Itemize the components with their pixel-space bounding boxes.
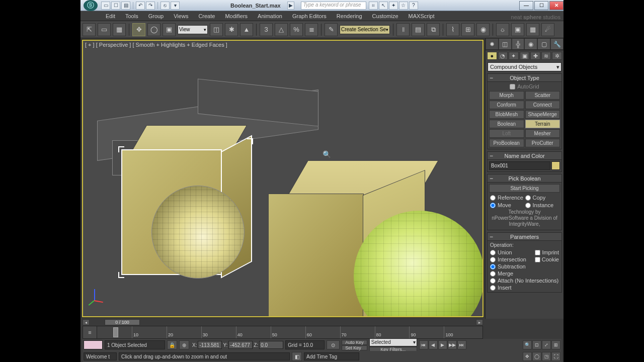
category-select[interactable]: Compound Objects <box>488 62 561 71</box>
timeslider-thumb[interactable]: 0 / 100 <box>105 319 140 325</box>
op-union[interactable] <box>490 250 496 255</box>
help-icon[interactable]: ? <box>409 2 418 10</box>
rollout-header[interactable]: Pick Boolean <box>488 174 561 183</box>
z-input[interactable]: 0.0 <box>259 341 283 349</box>
move-icon[interactable]: ✥ <box>132 23 145 36</box>
scale-icon[interactable]: ▣ <box>163 23 176 36</box>
render-icon[interactable]: ☄ <box>541 23 554 36</box>
favorite-icon[interactable]: ☆ <box>399 2 408 10</box>
radio-copy[interactable] <box>525 195 531 201</box>
tab-motion-icon[interactable]: ◉ <box>524 38 537 50</box>
redo-icon[interactable]: ↷ <box>146 2 155 10</box>
link-icon[interactable]: ⎋ <box>160 2 170 10</box>
goto-start-icon[interactable]: ⏮ <box>419 340 428 349</box>
btn-conform[interactable]: Conform <box>489 101 524 109</box>
op-merge[interactable] <box>490 271 496 277</box>
render-frame-icon[interactable]: ▣ <box>511 23 524 36</box>
goto-end-icon[interactable]: ⏭ <box>457 340 466 349</box>
btn-procutter[interactable]: ProCutter <box>525 139 560 147</box>
layers-icon[interactable]: ⧉ <box>427 23 440 36</box>
tab-modify-icon[interactable]: ◫ <box>499 38 512 50</box>
listener-input[interactable]: Welcome t <box>84 352 117 360</box>
lock-selection-icon[interactable]: 🔒 <box>167 340 177 349</box>
tab-display-icon[interactable]: ▢ <box>537 38 550 50</box>
abs-rel-icon[interactable]: ⊕ <box>179 340 189 349</box>
op-subtraction[interactable] <box>490 264 496 269</box>
trackbar-thumb[interactable] <box>113 327 118 337</box>
menu-grapheditors[interactable]: Graph Editors <box>287 11 332 21</box>
subtab-shapes-icon[interactable]: ◔ <box>498 52 508 60</box>
tool-b-icon[interactable]: ✦ <box>389 2 398 10</box>
btn-scatter[interactable]: Scatter <box>525 91 560 100</box>
curve-editor-icon[interactable]: ⌇ <box>446 23 459 36</box>
tool-a-icon[interactable]: ↖ <box>379 2 388 10</box>
time-slider[interactable]: ◂ 0 / 100 ▸ <box>83 319 483 326</box>
btn-boolean[interactable]: Boolean <box>489 120 524 128</box>
subtab-cameras-icon[interactable]: ▣ <box>520 52 530 60</box>
more-icon[interactable]: ▾ <box>171 2 180 10</box>
btn-proboolean[interactable]: ProBoolean <box>489 139 524 147</box>
perspective-viewport[interactable]: [ + ] [ Perspective ] [ Smooth + Highlig… <box>82 39 484 318</box>
zoom-extents-all-icon[interactable]: ⊞ <box>551 340 560 349</box>
tab-hierarchy-icon[interactable]: ╬ <box>512 38 525 50</box>
op-insert[interactable] <box>490 285 496 291</box>
fov-icon[interactable]: ◳ <box>542 352 551 361</box>
btn-blobmesh[interactable]: BlobMesh <box>489 110 524 119</box>
pivot-icon[interactable]: ◫ <box>210 23 223 36</box>
orbit-icon[interactable]: ◯ <box>532 352 541 361</box>
tab-create-icon[interactable]: ✸ <box>486 38 499 50</box>
snap-angle-icon[interactable]: △ <box>275 23 288 36</box>
subtab-systems-icon[interactable]: ✲ <box>552 52 562 60</box>
render-setup-icon[interactable]: ☼ <box>496 23 509 36</box>
zoom-all-icon[interactable]: ⊡ <box>532 340 541 349</box>
manip-icon[interactable]: ✱ <box>225 23 238 36</box>
y-input[interactable]: -452.677 <box>228 341 253 349</box>
menu-tools[interactable]: Tools <box>120 11 143 21</box>
radio-move[interactable] <box>490 203 496 208</box>
chk-imprint[interactable] <box>535 250 540 255</box>
rollout-header[interactable]: Parameters <box>488 233 561 241</box>
menu-customize[interactable]: Customize <box>367 11 404 21</box>
rollout-header[interactable]: Object Type <box>488 74 561 82</box>
trackbar-config-icon[interactable]: ≡ <box>83 326 97 338</box>
maxscript-mini[interactable] <box>84 340 103 349</box>
track-bar[interactable]: ≡ 10 20 30 40 50 60 70 80 90 100 <box>83 326 483 339</box>
key-mode-icon[interactable]: ⊙ <box>327 340 340 349</box>
op-intersection[interactable] <box>490 257 496 262</box>
timeslider-left-icon[interactable]: ◂ <box>83 319 90 325</box>
render-prod-icon[interactable]: ▦ <box>526 23 539 36</box>
subtab-helpers-icon[interactable]: ✚ <box>530 52 540 60</box>
btn-connect[interactable]: Connect <box>525 101 560 109</box>
next-frame-icon[interactable]: ▶▶ <box>448 340 457 349</box>
timeslider-right-icon[interactable]: ▸ <box>476 319 483 325</box>
menu-group[interactable]: Group <box>143 11 169 21</box>
infocenter-icon[interactable]: ⌗ <box>369 2 378 10</box>
search-input[interactable]: Type a keyword or phrase <box>301 2 366 10</box>
rotate-icon[interactable]: ◯ <box>147 23 160 36</box>
timetag-icon[interactable]: ◧ <box>292 352 302 361</box>
start-picking-button[interactable]: Start Picking <box>489 184 560 193</box>
save-icon[interactable]: ▤ <box>121 2 130 10</box>
play-icon[interactable]: ▶ <box>438 340 447 349</box>
zoom-extents-icon[interactable]: ⤢ <box>542 340 551 349</box>
btn-mesher[interactable]: Mesher <box>525 129 560 138</box>
search-go-icon[interactable]: ▶ <box>287 2 294 10</box>
align-icon[interactable]: ▤ <box>412 23 425 36</box>
btn-shapemerge[interactable]: ShapeMerge <box>525 110 560 119</box>
btn-terrain[interactable]: Terrain <box>525 120 560 128</box>
subtab-lights-icon[interactable]: ✦ <box>509 52 519 60</box>
object-color-swatch[interactable] <box>551 161 560 170</box>
radio-reference[interactable] <box>490 195 496 201</box>
window-minimize[interactable]: — <box>519 1 533 10</box>
menu-rendering[interactable]: Rendering <box>332 11 367 21</box>
prev-frame-icon[interactable]: ◀ <box>429 340 438 349</box>
mirror-icon[interactable]: ⦀ <box>396 23 410 36</box>
pan-icon[interactable]: ✥ <box>523 352 532 361</box>
key-selection-select[interactable]: Selected <box>369 338 417 346</box>
tab-utilities-icon[interactable]: 🔧 <box>550 38 564 50</box>
menu-views[interactable]: Views <box>169 11 193 21</box>
named-selection-select[interactable]: Create Selection Se <box>340 25 390 34</box>
open-icon[interactable]: ☐ <box>111 2 120 10</box>
btn-morph[interactable]: Morph <box>489 91 524 100</box>
menu-create[interactable]: Create <box>193 11 220 21</box>
